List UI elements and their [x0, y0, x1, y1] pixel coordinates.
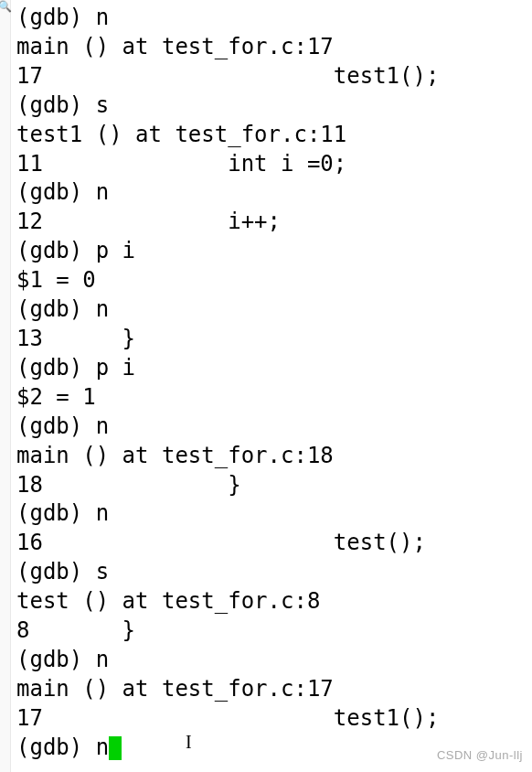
output-line: 11 int i =0; — [16, 150, 532, 179]
output-line: main () at test_for.c:18 — [16, 442, 532, 471]
output-line: test () at test_for.c:8 — [16, 587, 532, 617]
output-line: 16 test(); — [16, 529, 532, 558]
cursor-block — [109, 736, 122, 760]
output-line: (gdb) n — [16, 646, 532, 675]
output-line: main () at test_for.c:17 — [16, 675, 532, 704]
output-line: $2 = 1 — [16, 383, 532, 413]
output-line: 17 test1(); — [16, 62, 532, 91]
output-line: (gdb) n — [16, 4, 532, 33]
output-line: 13 } — [16, 325, 532, 354]
output-line: 8 } — [16, 617, 532, 646]
output-line: (gdb) s — [16, 558, 532, 587]
output-line: test1 () at test_for.c:11 — [16, 121, 532, 150]
watermark: CSDN @Jun-llj — [437, 747, 523, 763]
output-line: (gdb) n — [16, 178, 532, 208]
output-line: 17 test1(); — [16, 704, 532, 734]
output-line: main () at test_for.c:17 — [16, 33, 532, 62]
output-line: $1 = 0 — [16, 266, 532, 295]
output-line: (gdb) p i — [16, 354, 532, 383]
output-line: (gdb) s — [16, 91, 532, 121]
output-line: (gdb) n — [16, 413, 532, 442]
text-cursor-icon: I — [186, 730, 192, 755]
search-icon: 🔍 — [0, 0, 12, 15]
output-line: 12 i++; — [16, 208, 532, 237]
output-line: 18 } — [16, 471, 532, 500]
prompt-text: (gdb) n — [16, 734, 109, 760]
terminal-output[interactable]: (gdb) n main () at test_for.c:17 17 test… — [16, 4, 532, 763]
gutter — [0, 0, 11, 772]
output-line: (gdb) n — [16, 295, 532, 325]
output-line: (gdb) p i — [16, 237, 532, 266]
output-line: (gdb) n — [16, 499, 532, 529]
